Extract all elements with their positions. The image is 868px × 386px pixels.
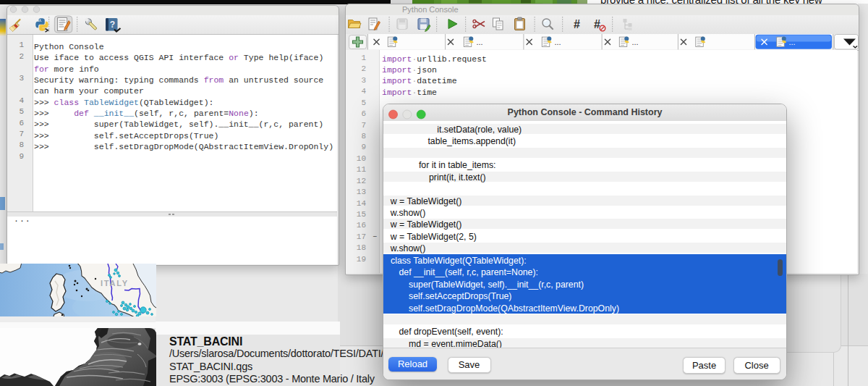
svg-text:...: ... [476, 38, 482, 46]
svg-text:...: ... [554, 38, 561, 46]
svg-text:?: ? [110, 20, 115, 30]
svg-text:ITALY: ITALY [101, 279, 129, 288]
svg-text:...: ... [631, 38, 638, 46]
svg-text:#: # [574, 17, 580, 30]
svg-text:...: ... [788, 38, 795, 46]
